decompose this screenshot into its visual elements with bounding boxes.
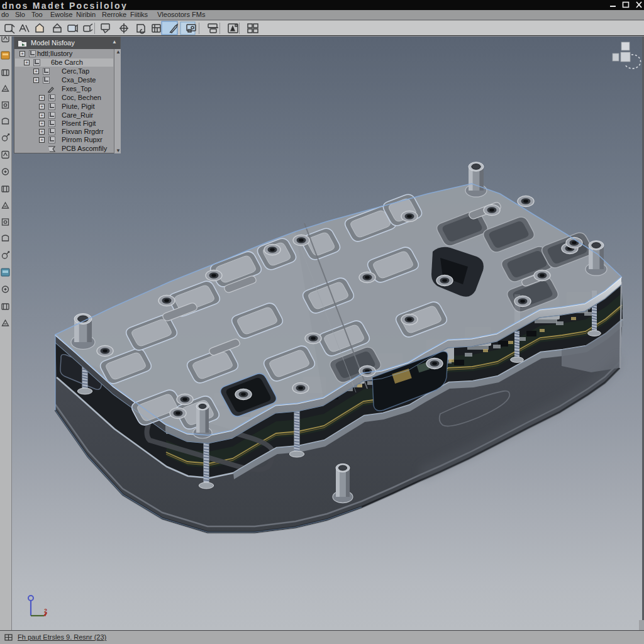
svg-text:2: 2 (44, 608, 47, 614)
